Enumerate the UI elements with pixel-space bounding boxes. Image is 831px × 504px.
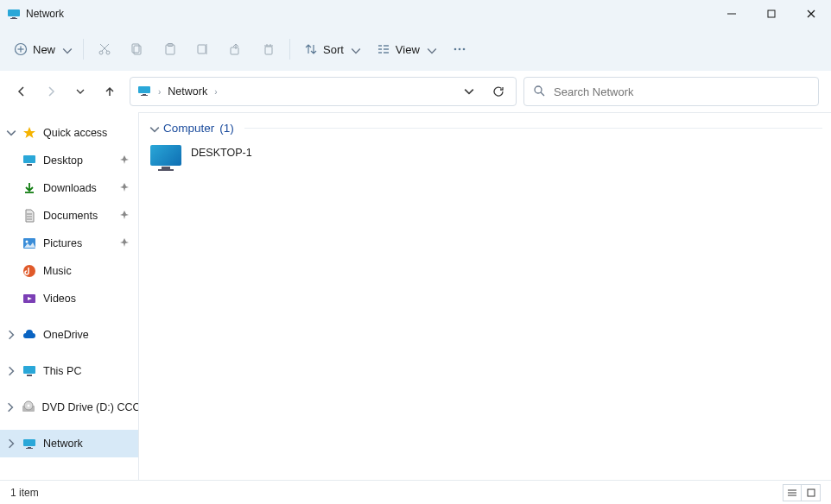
svg-rect-51 bbox=[23, 366, 35, 374]
view-icon bbox=[377, 42, 390, 56]
forward-button[interactable] bbox=[38, 79, 64, 104]
sidebar-item-label: OneDrive bbox=[43, 329, 89, 341]
svg-rect-2 bbox=[10, 18, 17, 19]
videos-icon bbox=[22, 292, 36, 306]
document-icon bbox=[22, 209, 36, 223]
paste-button[interactable] bbox=[155, 34, 186, 65]
network-location-icon bbox=[137, 84, 151, 100]
pc-icon bbox=[22, 364, 36, 378]
status-item-count: 1 item bbox=[10, 487, 39, 499]
sidebar-item-dvd-drive[interactable]: DVD Drive (D:) CCCO bbox=[0, 394, 138, 421]
sidebar-item-label: DVD Drive (D:) CCCO bbox=[42, 401, 138, 413]
pin-icon bbox=[119, 237, 131, 249]
svg-rect-52 bbox=[27, 375, 32, 376]
scissors-icon bbox=[98, 42, 111, 56]
svg-rect-18 bbox=[198, 45, 206, 54]
chevron-right-icon bbox=[5, 365, 17, 377]
share-button[interactable] bbox=[220, 34, 251, 65]
sidebar-item-quick-access[interactable]: Quick access bbox=[0, 119, 138, 147]
sort-button[interactable]: Sort bbox=[295, 34, 366, 65]
sidebar-item-label: Desktop bbox=[43, 154, 83, 167]
share-icon bbox=[229, 42, 243, 56]
minimize-button[interactable] bbox=[712, 0, 752, 28]
sidebar-item-videos[interactable]: Videos bbox=[0, 285, 138, 312]
view-label: View bbox=[396, 43, 420, 56]
svg-rect-21 bbox=[265, 47, 272, 54]
toolbar-separator bbox=[289, 39, 290, 60]
toolbar: New Sort View bbox=[0, 28, 831, 71]
sidebar-item-desktop[interactable]: Desktop bbox=[0, 147, 138, 174]
svg-rect-57 bbox=[28, 447, 31, 448]
chevron-down-icon bbox=[427, 46, 434, 53]
plus-circle-icon bbox=[14, 42, 28, 56]
item-label: DESKTOP-1 bbox=[191, 145, 252, 159]
pictures-icon bbox=[22, 236, 36, 250]
group-rule bbox=[244, 128, 822, 129]
copy-icon bbox=[130, 42, 144, 56]
breadcrumb-separator-icon: › bbox=[213, 87, 219, 97]
cut-button[interactable] bbox=[89, 34, 120, 65]
ellipsis-icon bbox=[453, 42, 466, 56]
refresh-button[interactable] bbox=[486, 79, 511, 104]
address-history-button[interactable] bbox=[457, 79, 481, 104]
back-button[interactable] bbox=[9, 79, 35, 104]
svg-line-13 bbox=[100, 44, 107, 51]
svg-point-47 bbox=[26, 241, 29, 243]
new-button[interactable]: New bbox=[5, 34, 78, 65]
group-header-computer[interactable]: Computer (1) bbox=[148, 122, 822, 136]
svg-rect-0 bbox=[8, 9, 20, 16]
sidebar-item-label: Videos bbox=[43, 293, 76, 305]
sidebar-item-network[interactable]: Network bbox=[0, 430, 138, 457]
sidebar-item-documents[interactable]: Documents bbox=[0, 202, 138, 230]
sidebar-item-music[interactable]: Music bbox=[0, 257, 138, 285]
search-box[interactable] bbox=[523, 77, 819, 106]
svg-point-11 bbox=[106, 51, 110, 54]
group-label: Computer bbox=[163, 122, 214, 135]
close-button[interactable] bbox=[791, 0, 831, 28]
svg-rect-56 bbox=[23, 439, 35, 446]
maximize-button[interactable] bbox=[752, 0, 791, 28]
chevron-right-icon bbox=[5, 438, 17, 450]
recent-locations-button[interactable] bbox=[67, 79, 93, 104]
rename-icon bbox=[196, 42, 210, 56]
download-icon bbox=[22, 181, 36, 195]
svg-point-31 bbox=[454, 48, 457, 51]
chevron-down-icon bbox=[5, 127, 17, 139]
chevron-down-icon bbox=[62, 46, 69, 53]
up-button[interactable] bbox=[97, 79, 123, 104]
more-button[interactable] bbox=[444, 34, 475, 65]
svg-marker-39 bbox=[23, 127, 35, 138]
network-computer-item[interactable]: DESKTOP-1 bbox=[148, 136, 822, 183]
cloud-icon bbox=[22, 328, 36, 342]
chevron-right-icon bbox=[5, 401, 16, 413]
sidebar-item-label: This PC bbox=[43, 365, 81, 377]
desktop-icon bbox=[22, 154, 36, 167]
content-pane: Computer (1) DESKTOP-1 bbox=[138, 112, 831, 480]
rename-button[interactable] bbox=[187, 34, 219, 65]
svg-line-12 bbox=[102, 44, 109, 51]
sidebar-item-this-pc[interactable]: This PC bbox=[0, 357, 138, 385]
thumbnails-view-button[interactable] bbox=[802, 484, 821, 501]
chevron-down-icon bbox=[351, 46, 358, 53]
sidebar-item-label: Pictures bbox=[43, 237, 82, 249]
star-icon bbox=[22, 126, 36, 140]
search-input[interactable] bbox=[554, 85, 809, 98]
pin-icon bbox=[119, 154, 131, 167]
address-bar[interactable]: › Network › bbox=[130, 77, 517, 106]
nav-row: › Network › bbox=[0, 71, 831, 112]
svg-rect-35 bbox=[143, 94, 146, 95]
window-title: Network bbox=[26, 8, 64, 20]
svg-rect-58 bbox=[26, 448, 33, 449]
sidebar-item-downloads[interactable]: Downloads bbox=[0, 174, 138, 202]
sidebar-item-pictures[interactable]: Pictures bbox=[0, 230, 138, 257]
copy-button[interactable] bbox=[122, 34, 153, 65]
svg-rect-40 bbox=[23, 155, 35, 163]
delete-button[interactable] bbox=[253, 34, 284, 65]
network-app-icon bbox=[7, 7, 21, 21]
view-button[interactable]: View bbox=[368, 34, 442, 65]
breadcrumb[interactable]: Network bbox=[168, 85, 207, 98]
details-view-button[interactable] bbox=[783, 484, 802, 501]
music-icon bbox=[22, 264, 36, 278]
sidebar-item-onedrive[interactable]: OneDrive bbox=[0, 321, 138, 349]
pin-icon bbox=[119, 182, 131, 194]
